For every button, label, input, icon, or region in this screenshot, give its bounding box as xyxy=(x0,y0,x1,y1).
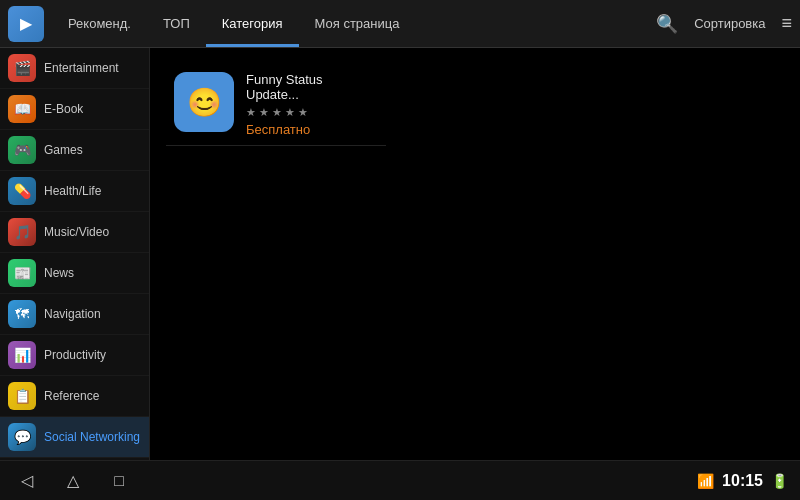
app-price: Бесплатно xyxy=(246,122,378,137)
sidebar-label-reference: Reference xyxy=(44,389,99,403)
games-icon: 🎮 xyxy=(8,136,36,164)
sidebar-item-reference[interactable]: 📋 Reference xyxy=(0,376,149,417)
recent-button[interactable]: □ xyxy=(104,466,134,496)
main-layout: 🎬 Entertainment 📖 E-Book 🎮 Games 💊 Healt… xyxy=(0,48,800,460)
tab-recommended[interactable]: Рекоменд. xyxy=(52,0,147,47)
star-2: ★ xyxy=(259,106,271,118)
sidebar-item-games[interactable]: 🎮 Games xyxy=(0,130,149,171)
health-icon: 💊 xyxy=(8,177,36,205)
content-area: 😊 Funny Status Update... ★ ★ ★ ★ ★ Беспл… xyxy=(150,48,800,460)
star-3: ★ xyxy=(272,106,284,118)
top-bar: ▶ Рекоменд. ТОП Категория Моя страница 🔍… xyxy=(0,0,800,48)
star-1: ★ xyxy=(246,106,258,118)
app-logo: ▶ xyxy=(8,6,44,42)
home-button[interactable]: △ xyxy=(58,466,88,496)
sidebar-label-entertainment: Entertainment xyxy=(44,61,119,75)
news-icon: 📰 xyxy=(8,259,36,287)
social-icon: 💬 xyxy=(8,423,36,451)
sidebar-item-navigation[interactable]: 🗺 Navigation xyxy=(0,294,149,335)
top-tabs: Рекоменд. ТОП Категория Моя страница xyxy=(52,0,656,47)
nav-buttons: ◁ △ □ xyxy=(12,466,134,496)
app-icon-funny-status: 😊 xyxy=(174,72,234,132)
sidebar-label-music: Music/Video xyxy=(44,225,109,239)
sidebar-item-health[interactable]: 💊 Health/Life xyxy=(0,171,149,212)
reference-icon: 📋 xyxy=(8,382,36,410)
signal-icon: 📶 xyxy=(697,473,714,489)
sidebar-item-social[interactable]: 💬 Social Networking xyxy=(0,417,149,458)
back-button[interactable]: ◁ xyxy=(12,466,42,496)
battery-icon: 🔋 xyxy=(771,473,788,489)
sidebar-item-productivity[interactable]: 📊 Productivity xyxy=(0,335,149,376)
sidebar-item-entertainment[interactable]: 🎬 Entertainment xyxy=(0,48,149,89)
search-icon[interactable]: 🔍 xyxy=(656,13,678,35)
tab-top[interactable]: ТОП xyxy=(147,0,206,47)
sidebar-label-social: Social Networking xyxy=(44,430,140,444)
sort-button[interactable]: Сортировка xyxy=(694,16,765,31)
sidebar-label-ebook: E-Book xyxy=(44,102,83,116)
tab-category[interactable]: Категория xyxy=(206,0,299,47)
sidebar-label-games: Games xyxy=(44,143,83,157)
sidebar-item-ebook[interactable]: 📖 E-Book xyxy=(0,89,149,130)
app-card-funny-status[interactable]: 😊 Funny Status Update... ★ ★ ★ ★ ★ Беспл… xyxy=(166,64,386,146)
sidebar-item-news[interactable]: 📰 News xyxy=(0,253,149,294)
sidebar-item-music[interactable]: 🎵 Music/Video xyxy=(0,212,149,253)
navigation-icon: 🗺 xyxy=(8,300,36,328)
star-5: ★ xyxy=(298,106,310,118)
sidebar: 🎬 Entertainment 📖 E-Book 🎮 Games 💊 Healt… xyxy=(0,48,150,460)
status-bar: 📶 10:15 🔋 xyxy=(697,472,788,490)
sidebar-label-news: News xyxy=(44,266,74,280)
productivity-icon: 📊 xyxy=(8,341,36,369)
entertainment-icon: 🎬 xyxy=(8,54,36,82)
tab-mypage[interactable]: Моя страница xyxy=(299,0,416,47)
top-bar-actions: 🔍 Сортировка ≡ xyxy=(656,13,792,35)
sidebar-label-productivity: Productivity xyxy=(44,348,106,362)
app-name: Funny Status Update... xyxy=(246,72,378,102)
music-icon: 🎵 xyxy=(8,218,36,246)
sidebar-item-utilities[interactable]: 🔧 Utilities xyxy=(0,458,149,460)
sidebar-label-navigation: Navigation xyxy=(44,307,101,321)
bottom-bar: ◁ △ □ 📶 10:15 🔋 xyxy=(0,460,800,500)
status-time: 10:15 xyxy=(722,472,763,490)
menu-icon[interactable]: ≡ xyxy=(781,13,792,34)
app-stars: ★ ★ ★ ★ ★ xyxy=(246,106,378,118)
app-info-funny-status: Funny Status Update... ★ ★ ★ ★ ★ Бесплат… xyxy=(246,72,378,137)
ebook-icon: 📖 xyxy=(8,95,36,123)
sidebar-label-health: Health/Life xyxy=(44,184,101,198)
star-4: ★ xyxy=(285,106,297,118)
